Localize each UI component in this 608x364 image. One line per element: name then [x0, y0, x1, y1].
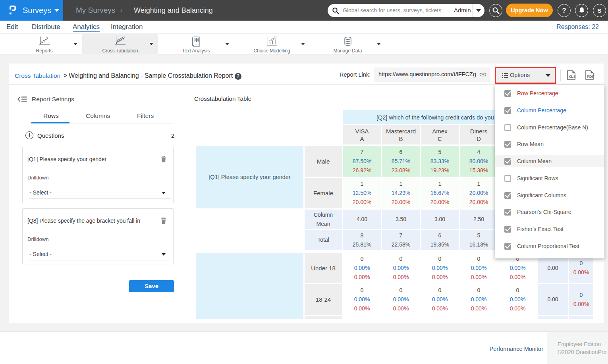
svg-text:PDF: PDF — [587, 74, 594, 79]
svg-text:XLS: XLS — [569, 74, 576, 79]
